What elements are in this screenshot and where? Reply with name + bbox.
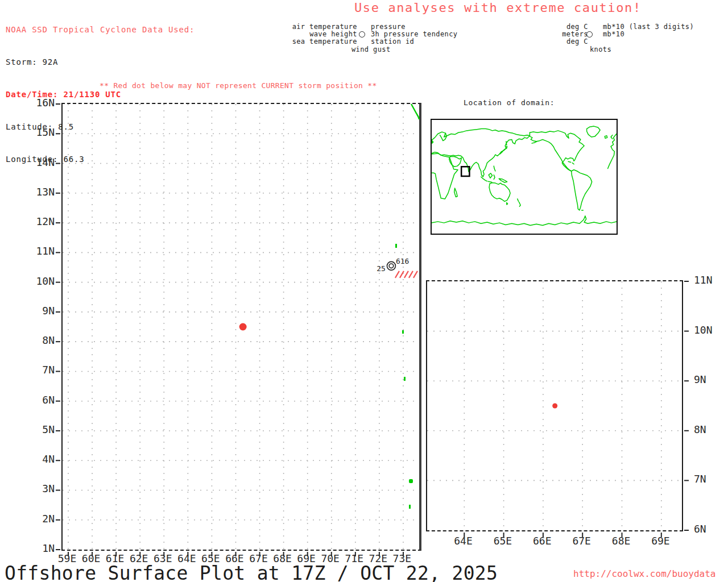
station-model-legend: air temperature wave height sea temperat… [284, 23, 455, 55]
missing-data-hatch [400, 271, 404, 278]
unit-meters: meters [562, 31, 588, 38]
y-tick-label: 6N [694, 523, 728, 535]
missing-data-hatch [395, 271, 399, 278]
station-circle-icon [586, 31, 593, 38]
y-tick-label: 11N [17, 245, 55, 257]
y-tick-label: 6N [17, 394, 55, 406]
y-tick-label: 8N [694, 423, 728, 436]
legend-pressure-tendency: 3h pressure tendency [371, 31, 458, 38]
y-tick-label: 13N [17, 186, 55, 198]
y-tick-label: 15N [17, 126, 55, 139]
legend-air-temperature: air temperature [292, 23, 357, 30]
x-tick-label: 68E [602, 535, 641, 547]
x-tick-label: 64E [444, 535, 483, 547]
legend-wave-height: wave height [309, 31, 357, 38]
y-tick-label: 10N [17, 275, 55, 288]
zoom-map-plot [426, 280, 683, 531]
legend-wind-gust: wind gust [351, 46, 391, 53]
island-marker [402, 330, 404, 334]
unit-mb10-last-digits: mb*10 (last 3 digits) [603, 23, 694, 30]
y-tick-label: 8N [17, 334, 55, 347]
world-coastlines [432, 126, 617, 225]
storm-position-dot [552, 404, 557, 409]
legend-sea-temperature: sea temperature [292, 38, 357, 45]
station-circle-icon [389, 264, 394, 268]
island-marker [395, 244, 397, 248]
missing-data-hatch [413, 271, 417, 278]
y-tick-label: 7N [694, 473, 728, 485]
storm-position-dot [239, 323, 247, 331]
x-tick-label: 65E [483, 535, 522, 547]
domain-map [431, 119, 618, 235]
missing-data-hatch [409, 271, 413, 278]
island-marker [409, 505, 411, 509]
unit-deg-c-top: deg C [566, 23, 588, 30]
station-pressure-value: 616 [396, 257, 409, 265]
y-tick-label: 2N [17, 513, 55, 525]
x-tick-label: 69E [641, 535, 680, 547]
y-tick-label: 3N [17, 483, 55, 495]
main-plot-canvas: 25616 [63, 104, 419, 550]
y-tick-label: 7N [17, 364, 55, 376]
zoom-plot-y-axis: 11N 10N 9N 8N 7N 6N [694, 274, 728, 535]
units-legend: deg C meters deg C mb*10 (last 3 digits)… [563, 23, 711, 55]
legend-pressure: pressure [371, 23, 406, 30]
y-tick-label: 4N [17, 453, 55, 465]
storm-position-note: ** Red dot below may NOT represent CURRE… [100, 81, 377, 90]
unit-knots: knots [590, 46, 611, 53]
india-coastline [411, 104, 419, 119]
domain-map-title: Location of domain: [464, 98, 555, 107]
y-tick-label: 11N [694, 274, 728, 286]
unit-deg-c-bottom: deg C [566, 38, 588, 45]
island-marker [409, 479, 413, 483]
zoom-plot-x-axis: 64E 65E 66E 67E 68E 69E [444, 535, 680, 547]
station-circle-icon [387, 261, 395, 270]
legend-station-id: station id [371, 38, 414, 45]
missing-data-hatch [404, 271, 408, 278]
x-tick-label: 67E [562, 535, 601, 547]
y-tick-label: 9N [17, 305, 55, 317]
station-left-value: 25 [377, 264, 386, 273]
unit-mb10: mb*10 [603, 31, 624, 38]
y-tick-label: 5N [17, 423, 55, 436]
storm-id: Storm: 92A [6, 57, 195, 68]
caution-banner: Use analyses with extreme caution! [354, 1, 642, 15]
x-tick-label: 66E [523, 535, 562, 547]
source-url-link[interactable]: http://coolwx.com/buoydata [573, 568, 715, 579]
main-plot-y-axis: 16N 15N 14N 13N 12N 11N 10N 9N 8N 7N 6N … [17, 97, 55, 555]
zoom-plot-canvas [427, 281, 682, 530]
y-tick-label: 10N [694, 324, 728, 336]
plot-title: Offshore Surface Plot at 17Z / OCT 22, 2… [5, 562, 498, 582]
storm-info-title: NOAA SSD Tropical Cyclone Data Used: [6, 24, 195, 35]
buoy-station-plot: 25616 [377, 257, 417, 278]
y-tick-label: 14N [17, 156, 55, 169]
y-tick-label: 1N [17, 542, 55, 555]
station-circle-icon [359, 31, 365, 38]
world-map [432, 120, 617, 234]
y-tick-label: 9N [694, 373, 728, 386]
y-tick-label: 12N [17, 215, 55, 228]
main-map-plot: 25616 [61, 103, 421, 551]
island-marker [404, 377, 406, 381]
y-tick-label: 16N [17, 97, 55, 109]
